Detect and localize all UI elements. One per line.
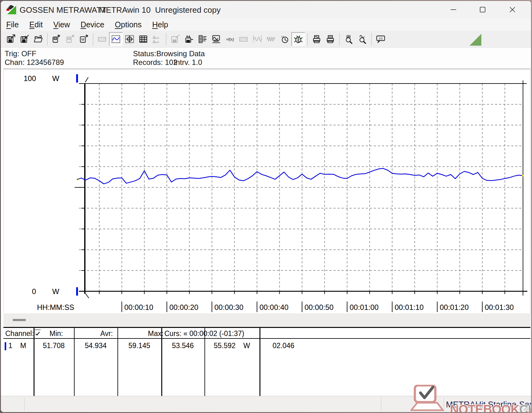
trend-chart-panel[interactable]: 100W0WHH:MM:SS00:00:1000:00:2000:00:3000… (3, 69, 530, 313)
svg-text:1257: 1257 (240, 38, 247, 41)
device-memory-icon: M (79, 34, 89, 44)
chart-scrollbar-thumb[interactable] (13, 319, 26, 321)
row-cursor-value-2: 55.592 (204, 342, 245, 350)
channel-marker-bottom (76, 287, 78, 296)
trend-view-button[interactable] (109, 32, 123, 46)
formula-button[interactable]: =f(x) (223, 32, 237, 46)
dense-wave-icon (266, 34, 276, 44)
column-header-channel: Channel: (5, 329, 34, 338)
read-memory-button[interactable]: M (77, 32, 91, 46)
row-max-value: 59.145 (117, 342, 161, 350)
records-count: Records: 102 (133, 58, 177, 67)
toolbar-group-1 (4, 32, 45, 46)
floppy-arrow-out-icon (6, 34, 16, 44)
menu-edit[interactable]: Edit (24, 20, 48, 29)
device-arrow-left-icon (66, 34, 75, 44)
print-button[interactable] (323, 32, 337, 46)
menu-help[interactable]: Help (147, 20, 173, 29)
x-tick-label: 00:01:20 (440, 303, 469, 311)
numeric-display-button: 1257 (95, 32, 109, 46)
svg-text:1/2: 1/2 (379, 37, 383, 40)
display-values-button: 1257 (237, 32, 250, 46)
monitor-wave-icon (212, 34, 221, 44)
title-bar: GOSSEN METRAWATT METRAwin 10 Unregistere… (1, 1, 531, 18)
resize-grip[interactable] (522, 404, 530, 411)
close-button[interactable] (505, 3, 520, 16)
debug-mode-button[interactable] (291, 32, 305, 46)
row-channel-number: 1 (8, 342, 12, 350)
data-grid-icon (139, 34, 148, 44)
toolbar-group-7: 1/2 (374, 32, 388, 46)
save-settings-button[interactable] (182, 32, 196, 46)
statusbar-divider (381, 398, 381, 411)
open-file-button[interactable] (31, 32, 45, 46)
channel-setup-button[interactable] (196, 32, 209, 46)
scope-view-button[interactable] (123, 32, 136, 46)
toolbar-group-2: M (50, 32, 91, 46)
histogram-icon (152, 34, 162, 44)
series-end-dot (522, 175, 523, 176)
y-unit-bottom-label: W (52, 287, 59, 296)
status-panel: Trig: OFF Chan: 123456789 Status: Browsi… (1, 48, 531, 68)
toolbar-separator (371, 33, 372, 45)
x-tick-label: 00:01:30 (485, 303, 514, 311)
data-series-line (77, 168, 523, 184)
cursor-bottom-handle (85, 293, 89, 298)
toolbar-separator (307, 33, 308, 45)
channel-visible-checkbox[interactable] (34, 329, 41, 336)
statusbar-divider (444, 398, 444, 411)
clock-12-icon: 12 (280, 34, 289, 44)
send-device-button (63, 32, 77, 46)
channel-marker-top (76, 74, 78, 83)
monitor-view-button[interactable] (209, 32, 223, 46)
save-file-button[interactable] (18, 32, 31, 46)
y-unit-top-label: W (52, 74, 59, 83)
minimize-button[interactable] (446, 3, 461, 16)
crosshair-scope-icon (125, 34, 134, 44)
channel-color-marker (5, 342, 6, 350)
function-fx-icon: =f(x) (225, 34, 235, 44)
x-axis-format-label: HH:MM:SS (37, 303, 74, 311)
close-icon (508, 6, 516, 14)
toolbar-group-5 (310, 32, 337, 46)
zoom-in-button[interactable] (342, 32, 355, 46)
burst-wave-button (264, 32, 278, 46)
license-label: Unregistered copy (155, 5, 221, 15)
toolbar-group-3: 1257 (95, 32, 164, 46)
read-device-button[interactable] (50, 32, 63, 46)
seven-segment-icon: 1257 (98, 34, 107, 44)
status-label: Status: (133, 49, 156, 58)
export-data-button (168, 32, 182, 46)
statusbar-divider (24, 398, 25, 411)
svg-text:12: 12 (281, 35, 284, 38)
y-min-label: 0 (32, 287, 36, 296)
x-tick-label: 00:00:40 (259, 303, 288, 311)
menu-file[interactable]: File (1, 20, 24, 29)
cursor-top-handle (85, 77, 88, 82)
x-tick-label: 00:00:30 (214, 303, 243, 311)
toolbar-separator (339, 33, 340, 45)
results-table: Channel: Min: Avr: Max: Curs: « 00:00:02… (3, 327, 530, 396)
chart-scrollbar[interactable] (3, 313, 530, 327)
column-header-cursor: Curs: « 00:00:02 (-01:37) (164, 329, 244, 338)
magnifier-wave-icon (358, 34, 367, 44)
menu-options[interactable]: Options (110, 20, 147, 29)
table-view-button[interactable] (136, 32, 150, 46)
export-file-button[interactable] (4, 32, 18, 46)
toolbar-separator (47, 33, 48, 45)
column-header-min: Min: (41, 329, 72, 338)
bug-icon (294, 34, 303, 44)
magnifier-waves-icon (344, 34, 353, 44)
menu-device[interactable]: Device (75, 20, 109, 29)
x-tick-label: 00:00:20 (169, 303, 198, 311)
interval-value: Intrv. 1.0 (174, 58, 202, 67)
annotation-button[interactable]: 1/2 (374, 32, 388, 46)
menu-view[interactable]: View (48, 20, 75, 29)
time-settings-button[interactable]: 12 (278, 32, 291, 46)
print-preview-button[interactable] (310, 32, 323, 46)
trigger-status: Trig: OFF (5, 49, 36, 58)
histogram-view-button (150, 32, 164, 46)
zoom-out-button[interactable] (355, 32, 369, 46)
maximize-button[interactable] (475, 3, 490, 16)
trend-chart[interactable]: 100W0WHH:MM:SS00:00:1000:00:2000:00:3000… (4, 69, 530, 313)
